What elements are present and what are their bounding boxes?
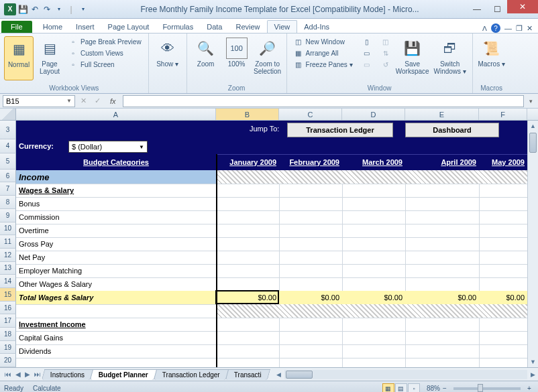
total-f15[interactable]: $0.00 (479, 291, 527, 304)
name-box[interactable]: B15 ▼ (3, 95, 75, 107)
currency-dropdown[interactable]: $ (Dollar) ▼ (68, 141, 148, 153)
tab-nav-next-icon[interactable]: ▶ (23, 371, 32, 378)
sheet-tab-budget-planner[interactable]: Budget Planner (90, 369, 157, 380)
zoom-level[interactable]: 88% (427, 385, 440, 392)
row-header-18[interactable]: 18 (0, 328, 16, 341)
normal-view-icon-sb[interactable]: ▦ (382, 383, 394, 393)
fx-icon[interactable]: fx (106, 97, 120, 105)
formula-input[interactable] (123, 95, 524, 107)
select-all-corner[interactable] (0, 109, 16, 120)
row-header-11[interactable]: 11 (0, 235, 16, 249)
zoom-out-icon[interactable]: − (440, 385, 449, 392)
row-header-4[interactable]: 4 (0, 139, 16, 154)
cells-area[interactable]: Jump To: Transaction Ledger Dashboard Cu… (16, 121, 538, 367)
col-header-d[interactable]: D (342, 109, 405, 120)
col-header-a[interactable]: A (16, 109, 216, 120)
custom-views-button[interactable]: ▫Custom Views (66, 48, 144, 58)
formula-expand-icon[interactable]: ▾ (527, 98, 535, 105)
hscroll-thumb[interactable] (286, 371, 313, 379)
vertical-scrollbar[interactable]: ▲ ▼ (527, 121, 538, 367)
hscroll-left-icon[interactable]: ◀ (274, 371, 284, 378)
row-header-15[interactable]: 15 (0, 288, 16, 302)
show-button[interactable]: 👁 Show ▾ (153, 36, 182, 80)
save-icon[interactable]: 💾 (17, 4, 28, 15)
tab-view[interactable]: View (267, 20, 298, 33)
row-header-3[interactable]: 3 (0, 121, 16, 139)
row-header-10[interactable]: 10 (0, 222, 16, 236)
scroll-up-icon[interactable]: ▲ (528, 121, 538, 131)
col-header-e[interactable]: E (405, 109, 479, 120)
namebox-dropdown-icon[interactable]: ▼ (66, 98, 72, 104)
tab-addins[interactable]: Add-Ins (297, 21, 336, 33)
tab-insert[interactable]: Insert (69, 21, 101, 33)
zoom-knob[interactable] (478, 384, 483, 392)
row-header-17[interactable]: 17 (0, 314, 16, 328)
tab-nav-prev-icon[interactable]: ◀ (13, 371, 23, 378)
tab-home[interactable]: Home (36, 21, 69, 33)
col-header-f[interactable]: F (479, 109, 527, 120)
horizontal-scrollbar[interactable]: ◀ ▶ (274, 369, 538, 380)
mdi-minimize-icon[interactable]: — (504, 24, 512, 32)
qat-down-icon[interactable]: ▾ (78, 4, 89, 15)
page-break-icon-sb[interactable]: ▫ (408, 383, 420, 393)
mdi-close-icon[interactable]: ✕ (527, 24, 533, 33)
zoom-button[interactable]: 🔍Zoom (191, 36, 221, 80)
split-button[interactable]: ▯ (360, 36, 374, 47)
minimize-button[interactable]: — (467, 3, 487, 16)
switch-windows-button[interactable]: 🗗Switch Windows ▾ (432, 36, 468, 80)
reset-pos-button[interactable]: ↺ (378, 59, 393, 70)
zoom-slider[interactable] (453, 387, 521, 390)
dashboard-button[interactable]: Dashboard (405, 123, 499, 137)
file-tab[interactable]: File (1, 21, 32, 33)
save-workspace-button[interactable]: 💾Save Workspace (394, 36, 431, 80)
tab-data[interactable]: Data (200, 21, 229, 33)
tab-page-layout[interactable]: Page Layout (101, 21, 156, 33)
normal-view-button[interactable]: ▦ Normal (4, 36, 34, 80)
page-layout-icon-sb[interactable]: ▤ (395, 383, 407, 393)
row-header-16[interactable]: 16 (0, 302, 16, 315)
sync-scroll-button[interactable]: ⇅ (378, 48, 393, 58)
zoom-in-icon[interactable]: + (525, 385, 534, 392)
tab-nav-last-icon[interactable]: ⏭ (32, 371, 43, 378)
sheet-tab-transaction-ledger[interactable]: Transaction Ledger (154, 369, 229, 380)
arrange-all-button[interactable]: ▦Arrange All (291, 48, 356, 58)
hide-button[interactable]: ▭ (360, 48, 374, 58)
vscroll-thumb[interactable] (529, 133, 537, 153)
total-d15[interactable]: $0.00 (342, 291, 405, 304)
maximize-button[interactable]: ☐ (487, 3, 507, 16)
redo-icon[interactable]: ↷ (42, 4, 52, 15)
transaction-ledger-button[interactable]: Transaction Ledger (287, 123, 393, 137)
side-by-side-button[interactable]: ◫ (378, 36, 393, 47)
row-header-9[interactable]: 9 (0, 209, 16, 222)
freeze-panes-button[interactable]: ▥Freeze Panes ▾ (291, 59, 356, 70)
full-screen-button[interactable]: ▫Full Screen (66, 59, 144, 70)
col-header-b[interactable]: B (216, 109, 279, 120)
zoom-selection-button[interactable]: 🔎Zoom to Selection (253, 36, 282, 80)
row-header-6[interactable]: 6 (0, 170, 16, 183)
row-header-20[interactable]: 20 (0, 354, 16, 367)
new-window-button[interactable]: ◫New Window (291, 36, 356, 47)
ribbon-collapse-icon[interactable]: ᐱ (482, 25, 487, 32)
page-layout-view-button[interactable]: ▤ Page Layout (35, 36, 64, 80)
undo-icon[interactable]: ↶ (30, 4, 40, 15)
excel-icon[interactable]: X (4, 3, 16, 15)
row-header-13[interactable]: 13 (0, 262, 16, 275)
total-c15[interactable]: $0.00 (279, 291, 342, 304)
tab-review[interactable]: Review (229, 21, 266, 33)
row-header-19[interactable]: 19 (0, 341, 16, 354)
unhide-button[interactable]: ▭ (360, 59, 374, 70)
fx-enter-icon[interactable]: ✓ (92, 96, 103, 105)
sheet-tab-transacti[interactable]: Transacti (225, 369, 270, 380)
qat-dropdown-icon[interactable]: ▾ (54, 4, 64, 15)
row-header-12[interactable]: 12 (0, 249, 16, 262)
row-header-14[interactable]: 14 (0, 275, 16, 288)
row-header-7[interactable]: 7 (0, 182, 16, 196)
help-icon[interactable]: ? (491, 23, 500, 33)
row-header-8[interactable]: 8 (0, 196, 16, 209)
scroll-down-icon[interactable]: ▼ (528, 356, 538, 367)
col-header-c[interactable]: C (279, 109, 342, 120)
sheet-tab-instructions[interactable]: Instructions (42, 369, 93, 380)
macros-button[interactable]: 📜Macros ▾ (477, 36, 506, 80)
fx-cancel-icon[interactable]: ✕ (78, 96, 89, 105)
total-b15[interactable]: $0.00 (216, 291, 279, 304)
